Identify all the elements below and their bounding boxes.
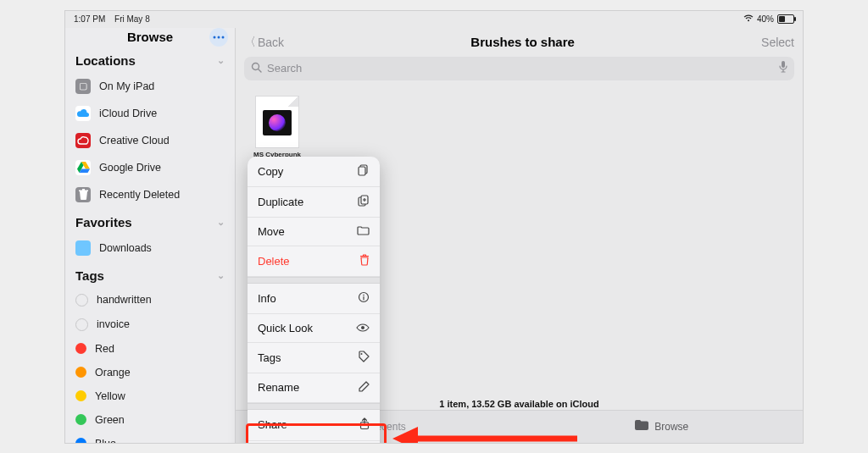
sidebar-item-label: invoice	[97, 318, 130, 330]
status-bar: 1:07 PM Fri May 8 40%	[65, 11, 803, 28]
tab-browse[interactable]: Browse	[634, 419, 688, 434]
sidebar-item-label: Creative Cloud	[99, 135, 170, 146]
menu-item-duplicate[interactable]: Duplicate	[248, 187, 380, 218]
chevron-left-icon: 〈	[244, 35, 256, 50]
status-time: 1:07 PM	[74, 14, 105, 24]
annotation-arrow	[392, 423, 579, 444]
sidebar-item-label: iCloud Drive	[99, 108, 157, 119]
info-icon	[358, 291, 370, 306]
sidebar-item-creative-cloud[interactable]: Creative Cloud	[65, 127, 235, 154]
tag-dot	[75, 343, 86, 354]
sidebar: Browse Locations ⌄ ▢ On My iPad	[65, 28, 236, 443]
pencil-icon	[359, 381, 370, 395]
sidebar-item-label: Google Drive	[99, 162, 161, 174]
sidebar-item-google-drive[interactable]: Google Drive	[65, 154, 235, 181]
select-button[interactable]: Select	[761, 36, 794, 49]
search-placeholder: Search	[267, 62, 302, 75]
page-title: Brushes to share	[470, 35, 575, 49]
annotation-highlight	[246, 423, 387, 444]
chevron-down-icon: ⌄	[217, 217, 225, 228]
tags-header[interactable]: Tags ⌄	[65, 262, 235, 288]
status-battery: 40%	[743, 14, 794, 24]
svg-rect-5	[782, 61, 785, 68]
svg-point-13	[363, 294, 364, 296]
sidebar-tag-invoice[interactable]: invoice	[65, 312, 235, 337]
svg-point-2	[222, 36, 225, 38]
sidebar-item-recently-deleted[interactable]: Recently Deleted	[65, 181, 235, 208]
trash-icon	[359, 254, 370, 268]
creative-cloud-icon	[75, 133, 91, 148]
tags-list: handwritten invoice Red Orange Yellow Gr…	[65, 288, 235, 444]
sidebar-item-label: On My iPad	[99, 80, 154, 92]
content-area: 〈 Back Brushes to share Select Search	[236, 28, 803, 443]
sidebar-tag-blue[interactable]: Blue	[65, 432, 235, 444]
status-date: Fri May 8	[114, 14, 150, 24]
svg-point-3	[253, 63, 259, 69]
storage-status: 1 item, 13.52 GB available on iCloud	[236, 399, 803, 409]
sidebar-item-label: Yellow	[95, 390, 125, 402]
search-input[interactable]: Search	[244, 57, 794, 80]
sidebar-item-label: Orange	[95, 367, 131, 378]
svg-point-0	[214, 36, 216, 38]
tag-dot	[75, 294, 88, 307]
file-thumbnail	[255, 96, 299, 148]
menu-separator	[248, 277, 380, 284]
sidebar-item-label: Blue	[95, 438, 116, 444]
sidebar-item-label: Green	[95, 414, 125, 426]
folder-icon	[634, 419, 649, 434]
svg-point-16	[361, 353, 363, 355]
folder-icon	[357, 225, 370, 238]
sidebar-item-label: Downloads	[99, 242, 152, 254]
search-icon	[251, 62, 262, 75]
sidebar-item-label: Recently Deleted	[99, 189, 180, 201]
sidebar-tag-green[interactable]: Green	[65, 408, 235, 432]
tag-dot	[75, 414, 86, 425]
google-drive-icon	[75, 160, 91, 175]
tag-dot	[75, 367, 86, 378]
svg-rect-8	[359, 197, 365, 206]
sidebar-item-downloads[interactable]: Downloads	[65, 235, 235, 262]
battery-icon	[777, 14, 794, 24]
trash-icon	[75, 187, 91, 202]
sidebar-item-on-my-ipad[interactable]: ▢ On My iPad	[65, 73, 235, 100]
svg-line-4	[259, 69, 262, 72]
folder-icon	[75, 240, 91, 256]
chevron-down-icon: ⌄	[217, 270, 225, 281]
duplicate-icon	[358, 195, 370, 209]
svg-rect-9	[361, 196, 368, 204]
menu-item-info[interactable]: Info	[248, 284, 380, 314]
svg-point-15	[361, 326, 364, 329]
favorites-header[interactable]: Favorites ⌄	[65, 208, 235, 235]
svg-marker-22	[392, 427, 418, 444]
ipad-screen: 1:07 PM Fri May 8 40% Browse	[64, 10, 804, 444]
tag-dot	[75, 438, 86, 444]
sidebar-item-icloud[interactable]: iCloud Drive	[65, 100, 235, 127]
menu-item-copy[interactable]: Copy	[248, 157, 380, 187]
microphone-icon[interactable]	[779, 61, 787, 75]
eye-icon	[356, 322, 370, 334]
copy-icon	[358, 164, 370, 179]
cloud-icon	[75, 106, 91, 121]
sidebar-item-label: handwritten	[97, 294, 152, 306]
more-button[interactable]	[209, 28, 228, 47]
menu-item-move[interactable]: Move	[248, 218, 380, 246]
locations-header[interactable]: Locations ⌄	[65, 47, 235, 73]
brush-icon	[269, 114, 286, 131]
menu-item-tags[interactable]: Tags	[248, 343, 380, 373]
sidebar-item-label: Red	[95, 343, 114, 355]
sidebar-tag-red[interactable]: Red	[65, 337, 235, 361]
tag-dot	[75, 390, 86, 401]
tag-dot	[75, 318, 88, 331]
menu-item-quick-look[interactable]: Quick Look	[248, 314, 380, 343]
tag-icon	[358, 351, 370, 365]
svg-point-1	[218, 36, 220, 38]
svg-point-12	[359, 292, 369, 301]
menu-item-delete[interactable]: Delete	[248, 246, 380, 277]
sidebar-tag-yellow[interactable]: Yellow	[65, 384, 235, 408]
chevron-down-icon: ⌄	[217, 55, 225, 66]
wifi-icon	[743, 14, 754, 24]
sidebar-tag-handwritten[interactable]: handwritten	[65, 288, 235, 312]
back-button[interactable]: 〈 Back	[244, 35, 284, 50]
sidebar-tag-orange[interactable]: Orange	[65, 361, 235, 384]
ipad-icon: ▢	[75, 79, 91, 94]
